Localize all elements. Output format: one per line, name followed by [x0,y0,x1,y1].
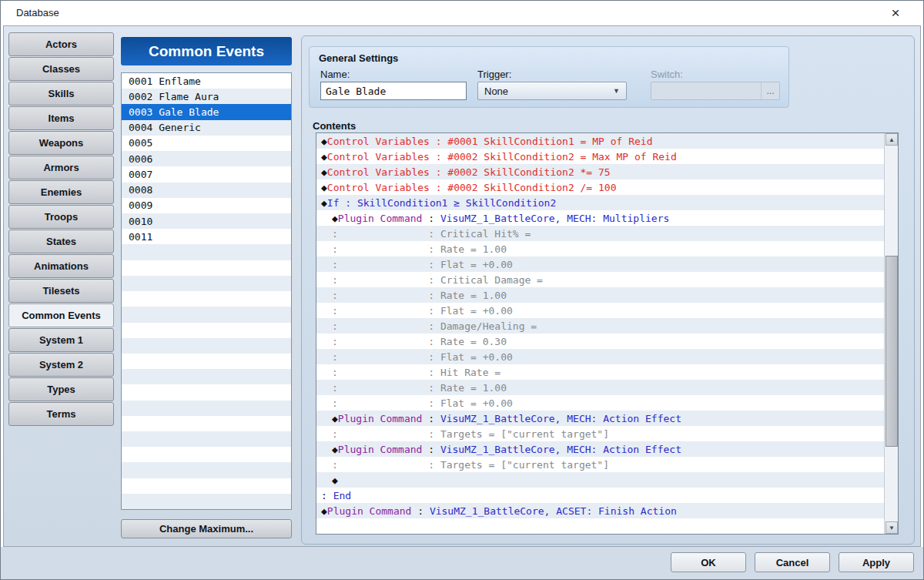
command-row[interactable]: ◆Control Variables : #0001 SkillConditio… [316,133,884,149]
sidebar-tab-animations[interactable]: Animations [8,254,114,278]
event-list-row[interactable]: 0006 [122,151,291,166]
event-list-row[interactable] [122,323,291,338]
command-row[interactable]: : : Targets = ["current target"] [316,457,884,472]
command-row[interactable]: : : Rate = 1.00 [316,380,884,395]
scrollbar-thumb[interactable] [886,256,898,447]
command-text: : : Targets = ["current target"] [332,428,609,440]
trigger-dropdown[interactable]: None ▼ [477,82,627,100]
apply-button[interactable]: Apply [839,552,914,572]
command-text: Plugin Command [327,505,412,517]
event-list-row[interactable]: 0009 [122,198,291,213]
event-list-row[interactable]: 0008 [122,183,291,198]
event-list-row[interactable] [122,338,291,354]
sidebar-tab-states[interactable]: States [8,230,114,253]
sidebar-tab-items[interactable]: Items [8,106,114,130]
command-row[interactable]: ◆Plugin Command : VisuMZ_1_BattleCore, M… [316,210,884,226]
event-list-row[interactable]: 0011 [122,229,291,244]
command-row[interactable]: ◆Plugin Command : VisuMZ_1_BattleCore, M… [316,441,884,457]
contents-scrollbar[interactable]: ▲ ▼ [884,133,898,534]
scroll-down-icon[interactable]: ▼ [886,521,898,534]
event-list-row[interactable] [122,260,291,276]
cancel-button[interactable]: Cancel [755,552,830,572]
command-row[interactable]: : : Rate = 0.30 [316,334,884,349]
command-row[interactable]: : : Targets = ["current target"] [316,426,884,441]
command-row[interactable]: : : Rate = 1.00 [316,287,884,303]
sidebar-tab-weapons[interactable]: Weapons [8,131,114,155]
event-list-row[interactable] [122,384,291,400]
command-row[interactable]: : : Critical Hit% = [316,226,884,241]
event-list-row[interactable] [122,431,291,447]
command-text: : : Flat = +0.00 [332,305,513,317]
command-row[interactable]: : : Flat = +0.00 [316,303,884,318]
event-list-row[interactable] [122,401,291,416]
command-row[interactable]: : : Critical Damage = [316,272,884,287]
event-list-row[interactable] [122,244,291,260]
command-row[interactable]: ◆ [316,472,884,488]
switch-value [651,82,761,99]
sidebar-tab-troops[interactable]: Troops [8,205,114,229]
trigger-label: Trigger: [477,69,511,80]
command-text: : [422,413,440,424]
event-list-row[interactable] [122,416,291,431]
command-text: ◆ [321,151,327,163]
command-row[interactable]: : : Flat = +0.00 [316,256,884,272]
event-list-row[interactable] [122,462,291,478]
command-row[interactable]: : : Damage/Healing = [316,318,884,334]
command-row[interactable]: : End [316,488,884,503]
event-list-row[interactable] [122,307,291,322]
event-list-row[interactable] [122,494,291,509]
event-list-row[interactable] [122,478,291,494]
sidebar-tab-system-2[interactable]: System 2 [8,353,114,377]
event-list-row[interactable]: 0003 Gale Blade [122,104,291,119]
event-list-row[interactable]: 0010 [122,213,291,229]
name-input[interactable] [320,82,467,100]
command-text: : : Rate = 1.00 [332,382,507,394]
event-list-row[interactable]: 0001 Enflame [122,73,291,89]
command-text: ◆ [321,182,327,193]
event-list-row[interactable] [122,447,291,462]
sidebar-tab-types[interactable]: Types [8,377,114,401]
close-icon[interactable]: × [882,4,909,22]
sidebar-tab-actors[interactable]: Actors [8,32,114,56]
ok-button[interactable]: OK [671,552,746,572]
command-row[interactable]: ◆Control Variables : #0002 SkillConditio… [316,179,884,195]
command-text: SkillCondition1 ≥ SkillCondition2 [357,197,556,209]
command-row[interactable]: ◆Control Variables : #0002 SkillConditio… [316,149,884,164]
sidebar-tab-skills[interactable]: Skills [8,82,114,106]
event-list-row[interactable]: 0005 [122,136,291,151]
sidebar-tab-armors[interactable]: Armors [8,156,114,179]
event-list-row[interactable]: 0004 Generic [122,120,291,136]
command-text: ◆ [321,166,327,178]
event-list-row[interactable] [122,354,291,369]
command-text: Plugin Command [338,213,423,224]
command-row[interactable]: ◆If : SkillCondition1 ≥ SkillCondition2 [316,195,884,210]
event-list-row[interactable] [122,276,291,291]
command-row[interactable]: ◆Control Variables : #0002 SkillConditio… [316,164,884,179]
command-row[interactable] [316,518,884,534]
sidebar-tab-common-events[interactable]: Common Events [8,303,114,327]
window-title: Database [16,7,59,18]
sidebar-tab-system-1[interactable]: System 1 [8,328,114,352]
command-text: : : Rate = 1.00 [332,243,507,255]
command-row[interactable]: : : Flat = +0.00 [316,349,884,364]
event-list-row[interactable]: 0007 [122,166,291,182]
chevron-down-icon: ▼ [613,87,620,95]
command-row[interactable]: : : Rate = 1.00 [316,241,884,256]
dialog-frame: ActorsClassesSkillsItemsWeaponsArmorsEne… [3,25,921,547]
change-maximum-button[interactable]: Change Maximum... [121,519,292,538]
event-list-row[interactable]: 0002 Flame Aura [122,89,291,104]
scroll-up-icon[interactable]: ▲ [886,133,898,146]
command-row[interactable]: : : Hit Rate = [316,364,884,380]
switch-picker-button: ... [761,82,779,99]
event-list-row[interactable] [122,291,291,307]
sidebar-tab-enemies[interactable]: Enemies [8,180,114,204]
sidebar-tab-classes[interactable]: Classes [8,57,114,81]
command-row[interactable]: ◆Plugin Command : VisuMZ_1_BattleCore, M… [316,411,884,426]
command-row[interactable]: : : Flat = +0.00 [316,395,884,411]
command-text: ◆ [332,444,338,455]
sidebar-tab-terms[interactable]: Terms [8,402,114,426]
sidebar-tab-tilesets[interactable]: Tilesets [8,279,114,303]
command-row[interactable]: ◆Plugin Command : VisuMZ_1_BattleCore, A… [316,503,884,518]
event-list-row[interactable] [122,369,291,384]
event-list[interactable]: 0001 Enflame0002 Flame Aura0003 Gale Bla… [121,72,292,510]
